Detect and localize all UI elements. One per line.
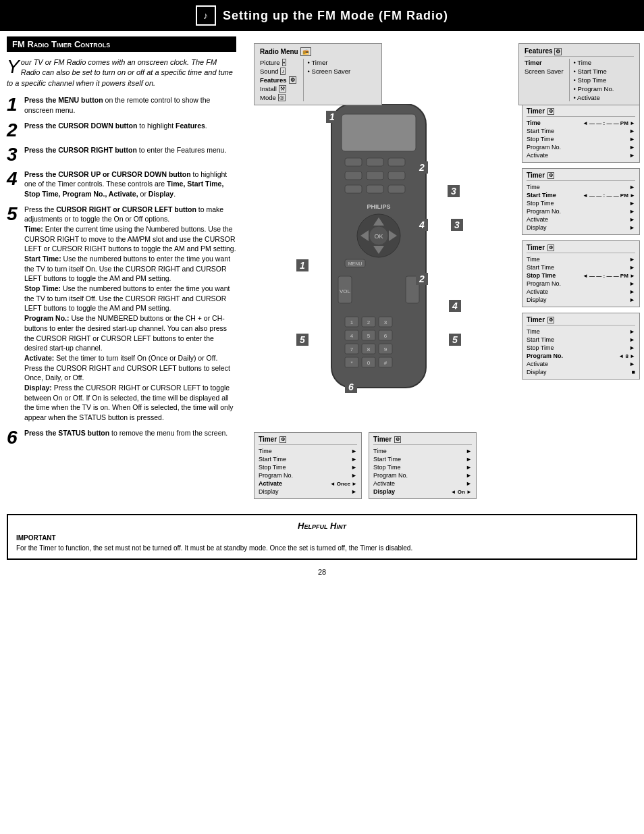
svg-text:2: 2 [367, 319, 371, 325]
badge-1b: 1 [296, 259, 308, 271]
svg-rect-4 [388, 158, 405, 166]
svg-text:#: # [384, 360, 387, 366]
features-content: Timer Screen Saver • Time • Start Time •… [525, 59, 634, 101]
btb2-time-row: Time ► [373, 447, 472, 455]
svg-text:PHILIPS: PHILIPS [367, 203, 390, 210]
tb1-stoptime-label: Stop Time [527, 136, 570, 142]
bottom-timer-box-2: Timer ⚙ Time ► Start Time ► Stop Time ► … [369, 432, 477, 499]
feat-starttime: • Start Time [574, 68, 614, 75]
timer-box-1: Timer ⚙ Time ◄ — — : — — PM ► Start Time… [522, 104, 640, 163]
tb2-time-row: Time ► [527, 183, 635, 191]
badge-2: 2 [416, 161, 428, 174]
step-5: 5 Press the CURSOR RIGHT or CURSOR LEFT … [7, 205, 236, 423]
tb1-activate-row: Activate ► [527, 151, 635, 159]
btb2-programno-arrow: ► [466, 472, 472, 479]
badge-3: 3 [448, 185, 460, 197]
drop-cap: Y [7, 57, 20, 76]
features-menu-box: Features ⚙ Timer Screen Saver • Time • S… [518, 43, 640, 105]
bottom-timer-box-1: Timer ⚙ Time ► Start Time ► Stop Time ► … [254, 432, 362, 499]
tb4-time-row: Time ► [527, 328, 635, 336]
badge-2b: 2 [416, 273, 428, 285]
svg-rect-2 [345, 158, 362, 166]
tb2-starttime-label: Start Time [527, 192, 570, 199]
step-1-content: Press the MENU button on the remote cont… [24, 95, 236, 115]
tb2-programno-row: Program No. ► [527, 207, 635, 215]
svg-text:0: 0 [367, 360, 371, 366]
svg-rect-8 [345, 185, 362, 193]
radio-menu-box: Radio Menu 📻 Picture ▪ Sound ♪ Features … [254, 43, 382, 105]
svg-text:VOL: VOL [340, 288, 351, 294]
btb2-activate-label: Activate [373, 480, 417, 487]
btb1-stoptime-row: Stop Time ► [259, 463, 357, 471]
step-6: 6 Press the STATUS button to remove the … [7, 428, 236, 447]
hint-body: For the Timer to function, the set must … [16, 544, 628, 553]
btb1-activate-arrows: ◄ Once ► [330, 481, 357, 487]
badge-4b: 4 [449, 300, 461, 312]
tb4-activate-label: Activate [527, 361, 570, 367]
tb1-programno-arrow: ► [629, 144, 635, 151]
tb3-programno-arrow: ► [629, 280, 635, 287]
step-5-number: 5 [7, 205, 20, 224]
step-2: 2 Press the CURSOR DOWN button to highli… [7, 121, 236, 140]
btb2-time-label: Time [373, 448, 417, 454]
btb2-starttime-label: Start Time [373, 456, 417, 463]
tb4-starttime-label: Start Time [527, 336, 570, 343]
tb1-starttime-row: Start Time ► [527, 127, 635, 135]
rm-screensaver: • Screen Saver [308, 68, 351, 75]
page-title: Setting up the FM Mode (FM Radio) [223, 9, 448, 23]
btb1-display-label: Display [259, 488, 302, 495]
tb4-starttime-arrow: ► [629, 336, 635, 343]
bottom-timer-row: Timer ⚙ Time ► Start Time ► Stop Time ► … [247, 428, 640, 503]
btb1-starttime-arrow: ► [351, 456, 357, 463]
tb1-time-arrows: ◄ — — : — — PM ► [583, 120, 635, 126]
tb2-activate-row: Activate ► [527, 215, 635, 224]
tb1-starttime-arrow: ► [629, 128, 635, 134]
btb1-stoptime-arrow: ► [351, 464, 357, 471]
tb4-starttime-row: Start Time ► [527, 336, 635, 344]
step-6-number: 6 [7, 428, 20, 447]
tb4-programno-label: Program No. [527, 353, 570, 359]
intro-body: our TV or FM Radio comes with an onscree… [7, 58, 233, 87]
timer-box-4: Timer ⚙ Time ► Start Time ► Stop Time ► [522, 313, 640, 380]
btb2-programno-label: Program No. [373, 472, 417, 479]
tb4-time-label: Time [527, 328, 570, 335]
tb1-programno-label: Program No. [527, 144, 570, 151]
btb2-display-arrows: ◄ On ► [451, 489, 472, 495]
hint-important: IMPORTANT [16, 534, 628, 542]
feat-screensaver-row: Screen Saver [525, 68, 564, 75]
feat-programno: • Program No. [574, 85, 614, 93]
tb3-stoptime-row: Stop Time ◄ — — : — — PM ► [527, 271, 635, 280]
btb2-stoptime-row: Stop Time ► [373, 463, 472, 471]
page-number: 28 [0, 565, 644, 579]
tb3-display-label: Display [527, 296, 570, 303]
tb4-activate-row: Activate ► [527, 360, 635, 368]
rm-sound: Sound ♪ [260, 68, 296, 75]
timer-box-3: Timer ⚙ Time ► Start Time ► Stop Time ◄ … [522, 240, 640, 307]
btb2-programno-row: Program No. ► [373, 471, 472, 479]
tb4-stoptime-arrow: ► [629, 344, 635, 351]
svg-text:OK: OK [374, 233, 383, 240]
tb2-activate-arrow: ► [629, 216, 635, 223]
btb1-stoptime-label: Stop Time [259, 464, 302, 471]
feat-activate: • Activate [574, 94, 614, 101]
tb1-stoptime-row: Stop Time ► [527, 135, 635, 143]
tb1-activate-arrow: ► [629, 152, 635, 159]
tb1-programno-row: Program No. ► [527, 143, 635, 151]
step-5-content: Press the CURSOR RIGHT or CURSOR LEFT bu… [24, 205, 236, 423]
tb1-activate-label: Activate [527, 152, 570, 159]
step-1: 1 Press the MENU button on the remote co… [7, 95, 236, 115]
tb1-starttime-label: Start Time [527, 128, 570, 134]
btb2-display-row: Display ◄ On ► [373, 488, 472, 496]
tb2-activate-label: Activate [527, 216, 570, 223]
rm-install: Install ⚒ [260, 85, 296, 93]
svg-text:3: 3 [384, 319, 387, 325]
step-3-number: 3 [7, 145, 20, 164]
timer-box-1-title: Timer ⚙ [527, 107, 635, 117]
tb1-time-label: Time [527, 120, 570, 126]
btb1-title: Timer ⚙ [259, 436, 357, 445]
svg-text:*: * [350, 360, 352, 366]
remote-svg: PHILIPS OK MENU VOL [311, 104, 446, 394]
step-1-number: 1 [7, 95, 20, 114]
btb1-starttime-row: Start Time ► [259, 455, 357, 463]
badge-6: 6 [345, 381, 357, 393]
